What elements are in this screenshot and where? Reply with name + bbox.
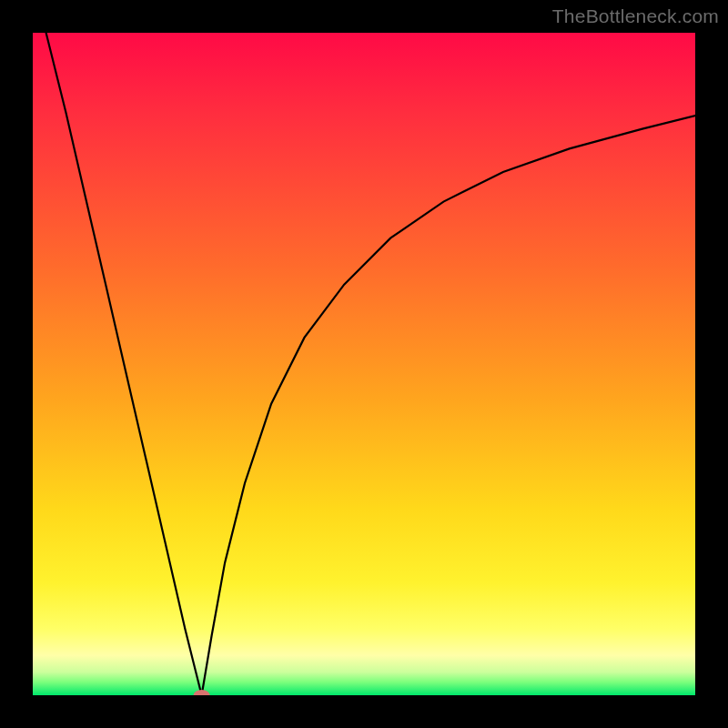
plot-area <box>33 33 695 695</box>
watermark-text: TheBottleneck.com <box>552 5 719 27</box>
chart-frame: TheBottleneck.com <box>0 0 728 728</box>
curve-left-branch <box>46 33 202 695</box>
optimal-point-marker <box>194 690 210 695</box>
curve-svg <box>33 33 695 695</box>
curve-right-branch <box>202 116 695 695</box>
